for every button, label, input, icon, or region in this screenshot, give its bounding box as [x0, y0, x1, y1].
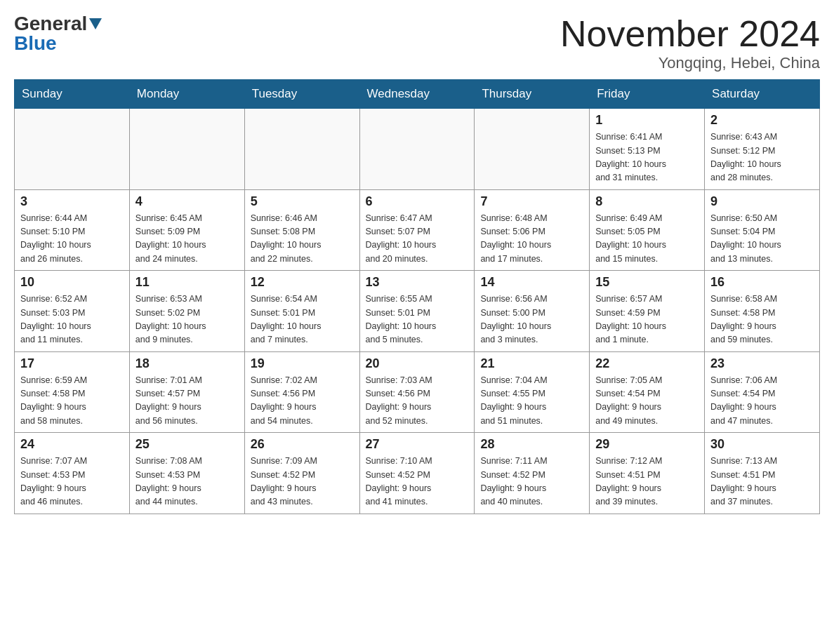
table-row: 26Sunrise: 7:09 AM Sunset: 4:52 PM Dayli… [244, 433, 359, 514]
day-info: Sunrise: 7:10 AM Sunset: 4:52 PM Dayligh… [366, 455, 469, 509]
table-row: 15Sunrise: 6:57 AM Sunset: 4:59 PM Dayli… [590, 271, 705, 352]
day-number: 12 [251, 275, 354, 290]
table-row: 19Sunrise: 7:02 AM Sunset: 4:56 PM Dayli… [244, 351, 359, 433]
day-info: Sunrise: 6:49 AM Sunset: 5:05 PM Dayligh… [595, 212, 699, 267]
table-row: 28Sunrise: 7:11 AM Sunset: 4:52 PM Dayli… [475, 433, 590, 514]
table-row: 20Sunrise: 7:03 AM Sunset: 4:56 PM Dayli… [359, 351, 475, 433]
table-row: 27Sunrise: 7:10 AM Sunset: 4:52 PM Dayli… [359, 433, 475, 514]
day-info: Sunrise: 6:52 AM Sunset: 5:03 PM Dayligh… [20, 293, 124, 347]
page-container: General Blue November 2024 Yongqing, Heb… [14, 14, 820, 514]
day-number: 21 [480, 356, 583, 371]
day-number: 26 [251, 437, 354, 452]
table-row: 22Sunrise: 7:05 AM Sunset: 4:54 PM Dayli… [590, 351, 705, 433]
table-row: 3Sunrise: 6:44 AM Sunset: 5:10 PM Daylig… [15, 189, 130, 271]
calendar-week-row: 3Sunrise: 6:44 AM Sunset: 5:10 PM Daylig… [15, 189, 820, 271]
calendar-week-row: 10Sunrise: 6:52 AM Sunset: 5:03 PM Dayli… [15, 271, 820, 352]
day-number: 18 [135, 356, 239, 371]
day-number: 4 [135, 194, 239, 209]
table-row: 7Sunrise: 6:48 AM Sunset: 5:06 PM Daylig… [475, 189, 590, 271]
day-number: 15 [595, 275, 699, 290]
logo-triangle-icon [89, 18, 102, 29]
day-number: 24 [20, 437, 124, 452]
day-info: Sunrise: 7:09 AM Sunset: 4:52 PM Dayligh… [251, 455, 354, 509]
col-thursday: Thursday [475, 80, 590, 109]
day-info: Sunrise: 6:53 AM Sunset: 5:02 PM Dayligh… [135, 293, 239, 347]
table-row [244, 109, 359, 190]
day-info: Sunrise: 7:06 AM Sunset: 4:54 PM Dayligh… [710, 374, 814, 429]
day-number: 5 [251, 194, 354, 209]
day-number: 28 [480, 437, 583, 452]
day-number: 22 [595, 356, 699, 371]
table-row: 14Sunrise: 6:56 AM Sunset: 5:00 PM Dayli… [475, 271, 590, 352]
day-info: Sunrise: 6:59 AM Sunset: 4:58 PM Dayligh… [20, 374, 124, 429]
header: General Blue November 2024 Yongqing, Heb… [14, 14, 820, 72]
day-number: 13 [366, 275, 469, 290]
calendar-week-row: 1Sunrise: 6:41 AM Sunset: 5:13 PM Daylig… [15, 109, 820, 190]
col-wednesday: Wednesday [359, 80, 475, 109]
day-info: Sunrise: 6:56 AM Sunset: 5:00 PM Dayligh… [480, 293, 583, 347]
table-row: 9Sunrise: 6:50 AM Sunset: 5:04 PM Daylig… [705, 189, 820, 271]
day-number: 3 [20, 194, 124, 209]
table-row: 30Sunrise: 7:13 AM Sunset: 4:51 PM Dayli… [705, 433, 820, 514]
table-row: 1Sunrise: 6:41 AM Sunset: 5:13 PM Daylig… [590, 109, 705, 190]
day-info: Sunrise: 6:57 AM Sunset: 4:59 PM Dayligh… [595, 293, 699, 347]
table-row: 11Sunrise: 6:53 AM Sunset: 5:02 PM Dayli… [129, 271, 244, 352]
table-row: 16Sunrise: 6:58 AM Sunset: 4:58 PM Dayli… [705, 271, 820, 352]
day-number: 29 [595, 437, 699, 452]
day-number: 2 [710, 113, 814, 128]
day-info: Sunrise: 6:58 AM Sunset: 4:58 PM Dayligh… [710, 293, 814, 347]
location-subtitle: Yongqing, Hebei, China [560, 54, 820, 72]
calendar-table: Sunday Monday Tuesday Wednesday Thursday… [14, 79, 820, 514]
table-row: 6Sunrise: 6:47 AM Sunset: 5:07 PM Daylig… [359, 189, 475, 271]
table-row: 2Sunrise: 6:43 AM Sunset: 5:12 PM Daylig… [705, 109, 820, 190]
table-row: 8Sunrise: 6:49 AM Sunset: 5:05 PM Daylig… [590, 189, 705, 271]
table-row: 23Sunrise: 7:06 AM Sunset: 4:54 PM Dayli… [705, 351, 820, 433]
table-row [129, 109, 244, 190]
day-info: Sunrise: 7:03 AM Sunset: 4:56 PM Dayligh… [366, 374, 469, 429]
day-info: Sunrise: 7:04 AM Sunset: 4:55 PM Dayligh… [480, 374, 583, 429]
day-info: Sunrise: 7:12 AM Sunset: 4:51 PM Dayligh… [595, 455, 699, 509]
day-number: 7 [480, 194, 583, 209]
day-number: 1 [595, 113, 699, 128]
day-number: 9 [710, 194, 814, 209]
table-row: 17Sunrise: 6:59 AM Sunset: 4:58 PM Dayli… [15, 351, 130, 433]
day-number: 30 [710, 437, 814, 452]
table-row [359, 109, 475, 190]
day-info: Sunrise: 6:41 AM Sunset: 5:13 PM Dayligh… [595, 130, 699, 185]
day-info: Sunrise: 7:05 AM Sunset: 4:54 PM Dayligh… [595, 374, 699, 429]
table-row: 10Sunrise: 6:52 AM Sunset: 5:03 PM Dayli… [15, 271, 130, 352]
day-number: 8 [595, 194, 699, 209]
day-info: Sunrise: 6:54 AM Sunset: 5:01 PM Dayligh… [251, 293, 354, 347]
day-number: 16 [710, 275, 814, 290]
day-number: 14 [480, 275, 583, 290]
day-info: Sunrise: 6:47 AM Sunset: 5:07 PM Dayligh… [366, 212, 469, 267]
table-row: 18Sunrise: 7:01 AM Sunset: 4:57 PM Dayli… [129, 351, 244, 433]
day-info: Sunrise: 7:02 AM Sunset: 4:56 PM Dayligh… [251, 374, 354, 429]
day-info: Sunrise: 7:13 AM Sunset: 4:51 PM Dayligh… [710, 455, 814, 509]
col-sunday: Sunday [15, 80, 130, 109]
day-number: 6 [366, 194, 469, 209]
col-monday: Monday [129, 80, 244, 109]
table-row [475, 109, 590, 190]
table-row: 4Sunrise: 6:45 AM Sunset: 5:09 PM Daylig… [129, 189, 244, 271]
day-info: Sunrise: 6:43 AM Sunset: 5:12 PM Dayligh… [710, 130, 814, 185]
day-number: 11 [135, 275, 239, 290]
day-info: Sunrise: 6:50 AM Sunset: 5:04 PM Dayligh… [710, 212, 814, 267]
table-row: 5Sunrise: 6:46 AM Sunset: 5:08 PM Daylig… [244, 189, 359, 271]
col-friday: Friday [590, 80, 705, 109]
day-info: Sunrise: 7:07 AM Sunset: 4:53 PM Dayligh… [20, 455, 124, 509]
table-row: 29Sunrise: 7:12 AM Sunset: 4:51 PM Dayli… [590, 433, 705, 514]
day-info: Sunrise: 6:55 AM Sunset: 5:01 PM Dayligh… [366, 293, 469, 347]
logo: General Blue [14, 14, 102, 53]
table-row: 24Sunrise: 7:07 AM Sunset: 4:53 PM Dayli… [15, 433, 130, 514]
day-info: Sunrise: 6:48 AM Sunset: 5:06 PM Dayligh… [480, 212, 583, 267]
calendar-week-row: 24Sunrise: 7:07 AM Sunset: 4:53 PM Dayli… [15, 433, 820, 514]
day-number: 19 [251, 356, 354, 371]
calendar-week-row: 17Sunrise: 6:59 AM Sunset: 4:58 PM Dayli… [15, 351, 820, 433]
day-number: 10 [20, 275, 124, 290]
day-number: 20 [366, 356, 469, 371]
day-number: 17 [20, 356, 124, 371]
day-number: 23 [710, 356, 814, 371]
day-info: Sunrise: 7:08 AM Sunset: 4:53 PM Dayligh… [135, 455, 239, 509]
day-info: Sunrise: 6:45 AM Sunset: 5:09 PM Dayligh… [135, 212, 239, 267]
